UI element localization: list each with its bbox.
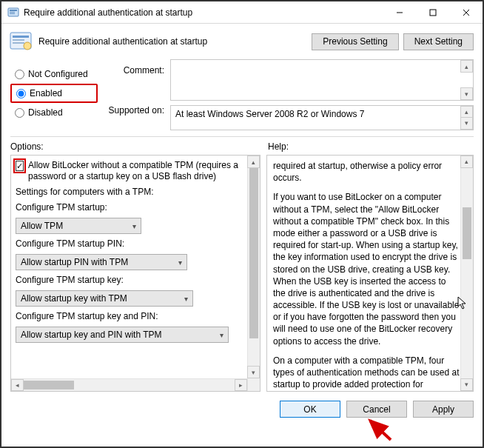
close-button[interactable] <box>449 1 483 23</box>
tpm-key-combo[interactable]: Allow startup key with TPM ▾ <box>16 290 193 307</box>
scroll-thumb[interactable] <box>249 168 258 338</box>
separator <box>10 136 474 137</box>
tpm-keypin-label: Configure TPM startup key and PIN: <box>16 311 246 322</box>
chevron-down-icon: ▾ <box>127 218 141 233</box>
help-label: Help: <box>268 141 289 152</box>
scroll-up-icon[interactable]: ▴ <box>460 60 473 73</box>
scroll-thumb[interactable] <box>24 381 74 390</box>
supported-on-value: At least Windows Server 2008 R2 or Windo… <box>175 109 364 119</box>
tpm-keypin-combo[interactable]: Allow startup key and PIN with TPM ▾ <box>16 327 229 343</box>
next-setting-button[interactable]: Next Setting <box>403 33 474 50</box>
chevron-down-icon: ▾ <box>179 291 192 306</box>
radio-enabled-label: Enabled <box>30 88 62 98</box>
radio-enabled[interactable]: Enabled <box>10 84 98 103</box>
apply-button[interactable]: Apply <box>413 401 474 418</box>
options-pane: ✓ Allow BitLocker without a compatible T… <box>10 155 261 392</box>
scroll-up-icon[interactable]: ▴ <box>247 156 260 168</box>
header: Require additional authentication at sta… <box>1 24 483 58</box>
cancel-button[interactable]: Cancel <box>346 401 407 418</box>
svg-rect-11 <box>13 42 24 44</box>
tpm-startup-value: Allow TPM <box>21 221 63 231</box>
radio-disabled-label: Disabled <box>28 107 63 118</box>
options-vscroll[interactable]: ▴ ▾ <box>247 156 260 391</box>
tpm-pin-combo[interactable]: Allow startup PIN with TPM ▾ <box>16 254 187 270</box>
policy-large-icon <box>9 30 33 53</box>
svg-rect-2 <box>10 12 15 13</box>
tpm-key-label: Configure TPM startup key: <box>16 275 246 286</box>
options-hscroll[interactable]: ◂ ▸ <box>11 378 247 391</box>
scroll-thumb[interactable] <box>463 207 471 259</box>
tpm-pin-value: Allow startup PIN with TPM <box>21 257 128 267</box>
titlebar: Require additional authentication at sta… <box>1 1 483 24</box>
tpm-settings-heading: Settings for computers with a TPM: <box>16 187 246 198</box>
svg-point-12 <box>24 42 31 50</box>
scroll-right-icon[interactable]: ▸ <box>235 379 247 391</box>
tpm-pin-label: Configure TPM startup PIN: <box>16 238 246 250</box>
page-title: Require additional authentication at sta… <box>38 36 307 47</box>
state-radios: Not Configured Enabled Disabled <box>10 59 98 130</box>
panes: ✓ Allow BitLocker without a compatible T… <box>1 155 483 392</box>
help-pane: required at startup, otherwise a policy … <box>266 155 474 392</box>
chevron-down-icon: ▾ <box>215 327 228 342</box>
help-paragraph: If you want to use BitLocker on a comput… <box>273 191 460 347</box>
svg-rect-1 <box>10 10 17 11</box>
svg-line-13 <box>370 421 391 440</box>
field-labels: Comment: Supported on: <box>98 59 170 130</box>
window-title: Require additional authentication at sta… <box>24 7 383 18</box>
scroll-down-icon[interactable]: ▾ <box>460 117 473 130</box>
radio-not-configured[interactable]: Not Configured <box>10 65 98 83</box>
radio-enabled-input[interactable] <box>16 89 26 98</box>
supported-on-label: Supported on: <box>98 101 164 116</box>
config-area: Not Configured Enabled Disabled Comment:… <box>1 58 483 133</box>
minimize-button[interactable] <box>383 1 416 23</box>
svg-rect-10 <box>13 39 24 41</box>
tpm-keypin-value: Allow startup key and PIN with TPM <box>21 330 162 340</box>
allow-without-tpm-label: Allow BitLocker without a compatible TPM… <box>28 160 246 182</box>
field-values: ▴ ▾ At least Windows Server 2008 R2 or W… <box>170 59 474 130</box>
help-paragraph: On a computer with a compatible TPM, fou… <box>273 355 460 392</box>
radio-not-configured-input[interactable] <box>15 70 24 79</box>
svg-rect-3 <box>10 13 15 14</box>
scroll-down-icon[interactable]: ▾ <box>460 378 473 391</box>
allow-without-tpm-checkbox[interactable]: ✓ <box>16 161 24 171</box>
svg-rect-9 <box>13 36 29 38</box>
tpm-startup-label: Configure TPM startup: <box>16 202 246 213</box>
radio-disabled-input[interactable] <box>15 108 24 118</box>
radio-not-configured-label: Not Configured <box>28 69 88 79</box>
annotation-arrow-icon <box>366 415 395 444</box>
radio-disabled[interactable]: Disabled <box>10 104 98 121</box>
maximize-button[interactable] <box>416 1 449 23</box>
policy-icon <box>7 7 19 19</box>
ok-button[interactable]: OK <box>280 401 340 418</box>
tpm-key-value: Allow startup key with TPM <box>21 293 127 304</box>
supported-on-box: At least Windows Server 2008 R2 or Windo… <box>170 105 474 130</box>
help-paragraph: required at startup, otherwise a policy … <box>273 160 460 184</box>
previous-setting-button[interactable]: Previous Setting <box>312 33 398 50</box>
svg-rect-5 <box>430 10 436 16</box>
allow-without-tpm-row[interactable]: ✓ Allow BitLocker without a compatible T… <box>16 160 246 182</box>
help-vscroll[interactable]: ▴ ▾ <box>460 156 473 391</box>
dialog-footer: OK Cancel Apply <box>1 392 483 418</box>
scroll-down-icon[interactable]: ▾ <box>460 87 473 100</box>
comment-label: Comment: <box>98 59 164 101</box>
chevron-down-icon: ▾ <box>173 255 186 270</box>
options-label: Options: <box>10 141 268 152</box>
scroll-left-icon[interactable]: ◂ <box>11 379 24 391</box>
scroll-up-icon[interactable]: ▴ <box>460 156 473 168</box>
tpm-startup-combo[interactable]: Allow TPM ▾ <box>16 218 141 234</box>
comment-textarea[interactable]: ▴ ▾ <box>170 59 474 101</box>
pane-labels: Options: Help: <box>1 138 483 155</box>
scroll-down-icon[interactable]: ▾ <box>247 366 260 378</box>
